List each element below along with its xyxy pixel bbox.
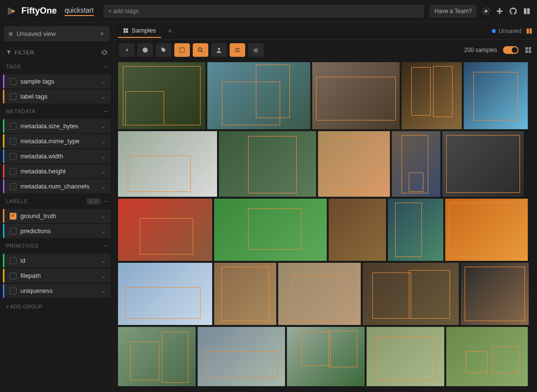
slack-icon[interactable] — [495, 7, 504, 16]
view-selector-label: Unsaved view — [17, 30, 56, 37]
sample-thumbnail[interactable] — [278, 263, 361, 325]
filter-id[interactable]: id⌄ — [3, 254, 111, 268]
svg-rect-2 — [499, 8, 501, 14]
sample-thumbnail[interactable] — [388, 199, 443, 261]
grid-icon — [123, 28, 129, 34]
sample-grid[interactable] — [114, 60, 537, 392]
add-stage-button[interactable]: + add stage — [103, 5, 424, 17]
sample-thumbnail[interactable] — [446, 327, 528, 386]
tab-add-button[interactable]: + — [163, 24, 177, 38]
filter-predictions[interactable]: predictions⌄ — [3, 224, 111, 238]
grid-view-icon[interactable] — [524, 46, 532, 54]
sample-thumbnail[interactable] — [198, 327, 285, 386]
svg-point-12 — [218, 48, 220, 50]
sample-thumbnail[interactable] — [287, 327, 365, 386]
team-button[interactable]: Have a Team? — [430, 5, 477, 17]
github-icon[interactable] — [509, 7, 518, 16]
filter-mime-type[interactable]: metadata.mime_type⌄ — [3, 134, 111, 148]
sample-thumbnail[interactable] — [214, 199, 327, 261]
svg-rect-6 — [126, 31, 128, 33]
tag-button[interactable] — [156, 43, 171, 57]
toggle-switch[interactable] — [503, 46, 519, 54]
back-button[interactable] — [119, 43, 134, 57]
sample-thumbnail[interactable] — [118, 199, 212, 261]
sample-thumbnail[interactable] — [219, 131, 316, 197]
palette-button[interactable] — [137, 43, 153, 57]
sample-thumbnail[interactable] — [363, 263, 459, 325]
sample-thumbnail[interactable] — [318, 131, 390, 197]
toolbar: 200 samples — [114, 40, 537, 60]
main: Unsaved view ▼ FILTER TAGS− sample tags⌄… — [0, 22, 537, 392]
filter-height[interactable]: metadata.height⌄ — [3, 164, 111, 178]
section-labels[interactable]: LABELS1 ✓− — [0, 194, 114, 208]
filter-width[interactable]: metadata.width⌄ — [3, 149, 111, 163]
filter-icon — [6, 50, 12, 55]
tabs: Samples + Unsaved — [114, 22, 537, 40]
unsaved-indicator: Unsaved — [492, 28, 521, 34]
search-button[interactable] — [193, 43, 208, 57]
filter-uniqueness[interactable]: uniqueness⌄ — [3, 284, 111, 298]
filter-filepath[interactable]: filepath⌄ — [3, 269, 111, 283]
sample-thumbnail[interactable] — [214, 263, 276, 325]
filter-label: FILTER — [15, 50, 34, 55]
filter-label-tags[interactable]: label tags⌄ — [3, 89, 111, 103]
sample-thumbnail[interactable] — [445, 199, 528, 261]
section-metadata[interactable]: METADATA− — [0, 104, 114, 118]
logo-icon — [6, 5, 17, 17]
svg-rect-3 — [124, 28, 126, 30]
tab-samples[interactable]: Samples — [118, 24, 161, 38]
sidebar: Unsaved view ▼ FILTER TAGS− sample tags⌄… — [0, 22, 114, 392]
sample-thumbnail[interactable] — [312, 62, 400, 129]
svg-rect-17 — [529, 51, 531, 53]
top-right-controls: Have a Team? — [430, 5, 531, 17]
svg-rect-10 — [180, 48, 184, 52]
sample-thumbnail[interactable] — [207, 62, 310, 129]
list-button[interactable] — [230, 43, 245, 57]
section-tags[interactable]: TAGS− — [0, 60, 114, 73]
filter-header: FILTER — [0, 45, 114, 60]
svg-point-9 — [143, 48, 148, 53]
select-button[interactable] — [174, 43, 190, 57]
sample-thumbnail[interactable] — [329, 199, 386, 261]
svg-rect-7 — [527, 28, 529, 34]
gear-icon[interactable] — [101, 49, 108, 56]
stage-bar: + add stage — [103, 5, 424, 17]
svg-rect-14 — [525, 47, 528, 50]
sample-thumbnail[interactable] — [118, 263, 212, 325]
brightness-icon[interactable] — [482, 7, 490, 16]
brand-text: FiftyOne — [21, 6, 57, 16]
filter-ground-truth[interactable]: ground_truth⌄ — [3, 209, 111, 223]
svg-point-0 — [485, 10, 487, 13]
svg-rect-15 — [529, 47, 531, 50]
sample-thumbnail[interactable] — [367, 327, 444, 386]
sample-thumbnail[interactable] — [402, 62, 462, 129]
content: Samples + Unsaved 200 samples — [114, 22, 537, 392]
docs-icon[interactable] — [522, 7, 531, 16]
filter-sample-tags[interactable]: sample tags⌄ — [3, 74, 111, 88]
sample-thumbnail[interactable] — [442, 131, 524, 197]
svg-point-11 — [198, 48, 201, 51]
person-button[interactable] — [211, 43, 227, 57]
sample-thumbnail[interactable] — [118, 327, 196, 386]
sample-thumbnail[interactable] — [392, 131, 440, 197]
sample-thumbnail[interactable] — [118, 62, 205, 129]
chevron-down-icon: ▼ — [99, 31, 105, 37]
svg-rect-8 — [530, 28, 532, 34]
dataset-name[interactable]: quickstart — [65, 6, 94, 16]
filter-size-bytes[interactable]: metadata.size_bytes⌄ — [3, 119, 111, 133]
add-group-button[interactable]: + ADD GROUP — [0, 299, 114, 314]
sample-thumbnail[interactable] — [461, 263, 529, 325]
topbar: FiftyOne quickstart + add stage Have a T… — [0, 0, 537, 22]
sample-thumbnail[interactable] — [464, 62, 528, 129]
svg-rect-4 — [126, 28, 128, 30]
logo[interactable]: FiftyOne — [6, 5, 57, 17]
svg-rect-16 — [525, 51, 528, 53]
bookmark-icon[interactable] — [525, 27, 533, 35]
filter-num-channels[interactable]: metadata.num_channels⌄ — [3, 179, 111, 193]
sample-thumbnail[interactable] — [118, 131, 217, 197]
sample-count: 200 samples — [464, 47, 497, 53]
section-primitives[interactable]: PRIMITIVES− — [0, 239, 114, 253]
settings-button[interactable] — [248, 43, 264, 57]
view-selector[interactable]: Unsaved view ▼ — [4, 26, 110, 41]
svg-rect-5 — [124, 31, 126, 33]
